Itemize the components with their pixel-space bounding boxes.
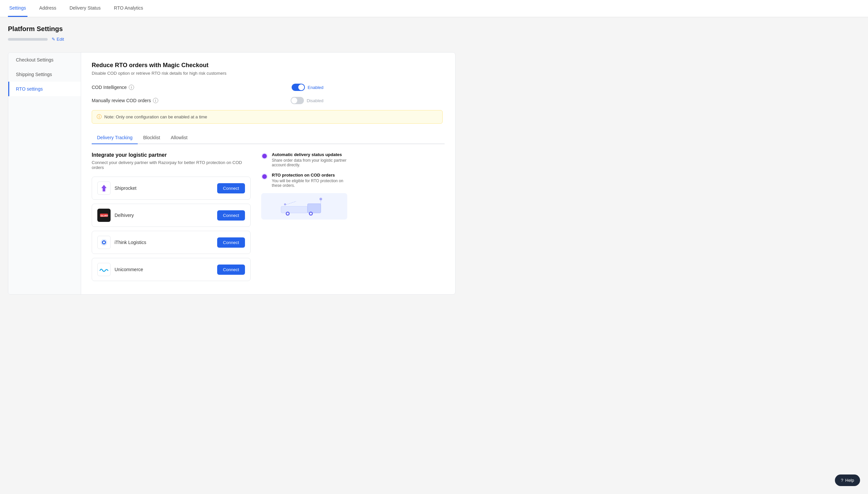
integrate-title: Integrate your logistic partner	[92, 152, 251, 158]
partner-card-shiprocket: Shiprocket Connect	[92, 176, 251, 200]
content-area: Reduce RTO orders with Magic Checkout Di…	[81, 53, 455, 294]
edit-button[interactable]: ✎ Edit	[52, 37, 64, 42]
platform-bar	[8, 38, 48, 41]
cod-intelligence-toggle-container: Enabled	[292, 84, 323, 91]
benefit-content-1: RTO protection on COD orders You will be…	[272, 173, 347, 188]
manually-review-toggle[interactable]	[291, 97, 304, 104]
delhivery-logo: DLVRY	[97, 209, 111, 222]
cod-intelligence-row: COD Intelligence i Enabled	[92, 84, 323, 91]
benefit-content-0: Automatic delivery status updates Share …	[272, 152, 347, 167]
rto-section-description: Disable COD option or retrieve RTO risk …	[92, 71, 445, 76]
top-navigation: Settings Address Delivery Status RTO Ana…	[0, 0, 868, 17]
shiprocket-name: Shiprocket	[114, 186, 137, 191]
benefit-item-0: Automatic delivery status updates Share …	[261, 152, 347, 167]
sidebar-item-shipping-settings[interactable]: Shipping Settings	[8, 67, 81, 82]
ithink-name: iThink Logistics	[114, 240, 146, 245]
svg-line-14	[286, 202, 296, 205]
partner-card-unicommerce: Unicommerce Connect	[92, 258, 251, 281]
svg-point-13	[320, 198, 322, 201]
manually-review-row: Manually review COD orders i Disabled	[92, 97, 323, 104]
svg-rect-7	[308, 204, 321, 213]
svg-point-5	[103, 241, 105, 243]
integrate-section: Integrate your logistic partner Connect …	[92, 152, 445, 285]
unicommerce-connect-button[interactable]: Connect	[217, 265, 245, 275]
svg-point-9	[287, 213, 289, 214]
shiprocket-logo	[97, 182, 111, 195]
sub-tab-allowlist[interactable]: Allowlist	[165, 132, 193, 144]
cod-intelligence-toggle[interactable]	[292, 84, 305, 91]
benefit-title-1: RTO protection on COD orders	[272, 173, 347, 177]
delhivery-connect-button[interactable]: Connect	[217, 210, 245, 221]
benefit-dot-0	[261, 153, 268, 159]
svg-marker-0	[101, 185, 107, 191]
partners-column: Integrate your logistic partner Connect …	[92, 152, 251, 285]
cod-intelligence-info-icon[interactable]: i	[129, 84, 134, 90]
manually-review-info-icon[interactable]: i	[153, 98, 158, 103]
toggle-knob-2	[291, 97, 297, 103]
cod-intelligence-toggle-label: Enabled	[308, 85, 323, 90]
unicommerce-info: Unicommerce	[97, 263, 143, 276]
manually-review-label: Manually review COD orders i	[92, 98, 158, 103]
svg-point-15	[284, 203, 286, 205]
tab-address[interactable]: Address	[38, 0, 58, 17]
benefit-item-1: RTO protection on COD orders You will be…	[261, 173, 347, 188]
unicommerce-name: Unicommerce	[114, 267, 143, 272]
note-text: Note: Only one configuration can be enab…	[104, 114, 207, 119]
delivery-illustration	[261, 193, 347, 220]
sub-tab-blocklist[interactable]: Blocklist	[138, 132, 165, 144]
benefit-dot-1	[261, 173, 268, 180]
sidebar-item-rto-settings[interactable]: RTO settings	[8, 82, 81, 96]
benefits-column: Automatic delivery status updates Share …	[261, 152, 347, 285]
rto-section-title: Reduce RTO orders with Magic Checkout	[92, 62, 445, 69]
integrate-description: Connect your delivery partner with Razor…	[92, 160, 251, 170]
delhivery-name: Delhivery	[114, 213, 134, 218]
tab-settings[interactable]: Settings	[8, 0, 28, 17]
sidebar: Checkout Settings Shipping Settings RTO …	[8, 53, 81, 294]
main-layout: Checkout Settings Shipping Settings RTO …	[8, 52, 455, 294]
tab-delivery-status[interactable]: Delivery Status	[68, 0, 102, 17]
manually-review-toggle-container: Disabled	[291, 97, 323, 104]
benefit-desc-0: Share order data from your logistic part…	[272, 158, 347, 167]
ithink-logo	[97, 236, 111, 249]
unicommerce-logo	[97, 263, 111, 276]
partner-card-ithink: iThink Logistics Connect	[92, 231, 251, 254]
svg-point-11	[310, 213, 312, 214]
note-box: ⓘ Note: Only one configuration can be en…	[92, 110, 442, 124]
platform-bar-row: ✎ Edit	[8, 37, 455, 42]
page-content: Platform Settings ✎ Edit Checkout Settin…	[0, 17, 464, 303]
platform-settings-header: Platform Settings ✎ Edit	[8, 25, 455, 47]
svg-rect-6	[281, 206, 308, 213]
benefit-title-0: Automatic delivery status updates	[272, 152, 347, 157]
toggle-knob	[298, 84, 304, 90]
sub-tab-delivery-tracking[interactable]: Delivery Tracking	[92, 132, 138, 144]
benefit-desc-1: You will be eligible for RTO protection …	[272, 178, 347, 188]
page-title: Platform Settings	[8, 25, 455, 33]
tab-rto-analytics[interactable]: RTO Analytics	[112, 0, 144, 17]
edit-icon: ✎	[52, 37, 55, 42]
manually-review-toggle-label: Disabled	[307, 98, 323, 103]
partner-card-delhivery: DLVRY Delhivery Connect	[92, 204, 251, 227]
shiprocket-connect-button[interactable]: Connect	[217, 183, 245, 193]
delhivery-info: DLVRY Delhivery	[97, 209, 134, 222]
ithink-info: iThink Logistics	[97, 236, 146, 249]
svg-text:DLVRY: DLVRY	[101, 214, 108, 217]
cod-intelligence-label: COD Intelligence i	[92, 84, 134, 90]
note-icon: ⓘ	[97, 114, 102, 120]
shiprocket-info: Shiprocket	[97, 182, 137, 195]
ithink-connect-button[interactable]: Connect	[217, 238, 245, 248]
sidebar-item-checkout-settings[interactable]: Checkout Settings	[8, 53, 81, 67]
sub-tabs: Delivery Tracking Blocklist Allowlist	[92, 132, 445, 144]
edit-label: Edit	[57, 37, 64, 42]
